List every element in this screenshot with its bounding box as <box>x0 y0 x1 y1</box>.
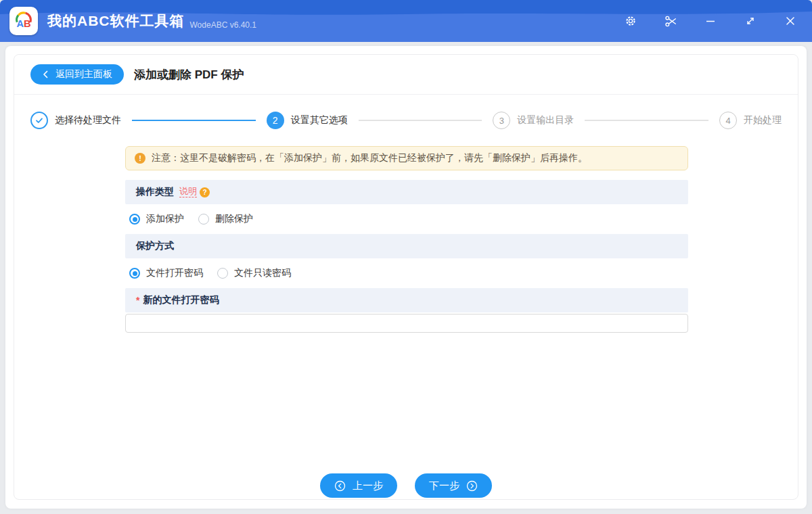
new-password-input[interactable] <box>125 314 688 333</box>
maximize-icon[interactable] <box>744 14 757 28</box>
back-button-label: 返回到主面板 <box>55 68 112 80</box>
step-3-number: 3 <box>493 112 510 129</box>
step-3-output-dir: 3 设置输出目录 <box>493 112 574 129</box>
step-1-select-files: 选择待处理文件 <box>30 112 121 129</box>
previous-step-label: 上一步 <box>353 480 383 492</box>
step-3-label: 设置输出目录 <box>517 114 574 126</box>
operation-type-title: 操作类型 <box>136 186 174 198</box>
step-2-number: 2 <box>267 112 284 129</box>
app-logo: AB <box>9 7 38 35</box>
protection-mode-options: 文件打开密码 文件只读密码 <box>125 258 688 288</box>
step-2-options: 2 设置其它选项 <box>267 112 348 129</box>
app-version: WodeABC v6.40.1 <box>190 20 257 30</box>
card-header: 返回到主面板 添加或删除 PDF 保护 <box>14 55 798 95</box>
step-4-number: 4 <box>719 112 737 129</box>
warning-text: 注意：这里不是破解密码，在「添加保护」前，如果原文件已经被保护了，请先「删除保护… <box>152 152 587 164</box>
step-4-label: 开始处理 <box>744 114 782 126</box>
previous-step-button[interactable]: 上一步 <box>320 473 397 498</box>
footer-nav: 上一步 下一步 <box>14 473 798 498</box>
operation-type-options: 添加保护 删除保护 <box>125 204 688 234</box>
close-icon[interactable] <box>784 14 797 28</box>
question-mark-icon[interactable]: ? <box>200 187 210 197</box>
next-step-button[interactable]: 下一步 <box>415 473 492 498</box>
protection-mode-header: 保护方式 <box>125 234 688 258</box>
step-indicator: 选择待处理文件 2 设置其它选项 3 设置输出目录 4 开 <box>14 95 798 146</box>
radio-remove-protection-label: 删除保护 <box>215 213 253 225</box>
radio-unselected-icon <box>198 214 209 225</box>
step-connector <box>359 120 482 121</box>
titlebar: AB 我的ABC软件工具箱 WodeABC v6.40.1 <box>0 0 812 42</box>
radio-unselected-icon <box>217 268 228 279</box>
content-column: ! 注意：这里不是破解密码，在「添加保护」前，如果原文件已经被保护了，请先「删除… <box>125 146 688 333</box>
operation-type-header: 操作类型 说明 ? <box>125 180 688 204</box>
radio-add-protection-label: 添加保护 <box>146 213 184 225</box>
outer-card: 返回到主面板 添加或删除 PDF 保护 选择待处理文件 <box>5 46 807 509</box>
titlebar-content: AB 我的ABC软件工具箱 WodeABC v6.40.1 <box>0 0 812 42</box>
scissors-icon[interactable] <box>664 14 677 28</box>
app-title: 我的ABC软件工具箱 <box>47 11 185 30</box>
settings-gear-icon[interactable] <box>624 14 637 28</box>
protection-mode-title: 保护方式 <box>136 240 174 252</box>
radio-selected-icon <box>129 214 140 225</box>
step-2-label: 设置其它选项 <box>291 114 348 126</box>
step-1-check-icon <box>30 112 48 129</box>
circle-chevron-left-icon <box>334 480 346 492</box>
radio-open-password[interactable]: 文件打开密码 <box>129 267 203 279</box>
new-password-title: 新的文件打开密码 <box>143 294 219 306</box>
step-connector <box>585 120 708 121</box>
page-title: 添加或删除 PDF 保护 <box>134 67 244 83</box>
svg-text:AB: AB <box>16 18 30 29</box>
warning-circle-icon: ! <box>135 153 145 164</box>
back-to-dashboard-button[interactable]: 返回到主面板 <box>30 64 124 85</box>
circle-chevron-right-icon <box>466 480 478 492</box>
radio-readonly-password-label: 文件只读密码 <box>234 267 291 279</box>
radio-open-password-label: 文件打开密码 <box>146 267 203 279</box>
warning-notice: ! 注意：这里不是破解密码，在「添加保护」前，如果原文件已经被保护了，请先「删除… <box>125 146 688 170</box>
step-1-label: 选择待处理文件 <box>55 114 121 126</box>
step-4-process: 4 开始处理 <box>719 112 782 129</box>
new-password-header: * 新的文件打开密码 <box>125 288 688 312</box>
minimize-icon[interactable] <box>704 14 717 28</box>
operation-type-help-link[interactable]: 说明 <box>179 187 197 197</box>
titlebar-controls <box>624 14 797 28</box>
next-step-label: 下一步 <box>429 480 459 492</box>
radio-readonly-password[interactable]: 文件只读密码 <box>217 267 291 279</box>
radio-add-protection[interactable]: 添加保护 <box>129 213 184 225</box>
app-window: AB 我的ABC软件工具箱 WodeABC v6.40.1 <box>0 0 812 514</box>
inner-card: 返回到主面板 添加或删除 PDF 保护 选择待处理文件 <box>14 54 798 500</box>
radio-selected-icon <box>129 268 140 279</box>
chevron-left-icon <box>42 70 49 78</box>
main-area: 返回到主面板 添加或删除 PDF 保护 选择待处理文件 <box>0 42 812 514</box>
step-connector-done <box>132 120 256 121</box>
radio-remove-protection[interactable]: 删除保护 <box>198 213 253 225</box>
required-asterisk: * <box>136 295 139 306</box>
